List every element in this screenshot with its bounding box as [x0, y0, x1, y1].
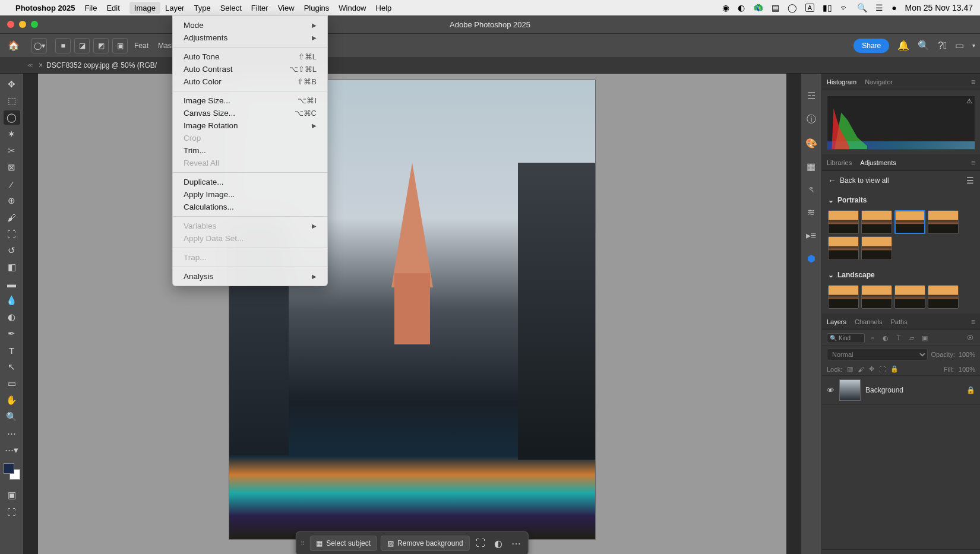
share-button[interactable]: Share: [853, 39, 889, 53]
preset-thumb[interactable]: [894, 210, 925, 234]
lock-icon[interactable]: 🔒: [966, 386, 975, 394]
pen-tool-icon[interactable]: ✒: [4, 327, 20, 341]
histogram-warning-icon[interactable]: ⚠: [966, 97, 972, 105]
info-icon[interactable]: ⓘ: [807, 113, 816, 126]
zoom-tool-icon[interactable]: 🔍: [4, 410, 20, 424]
preset-thumb[interactable]: [928, 285, 959, 309]
notifications-icon[interactable]: 🔔: [897, 40, 909, 51]
tab-layers[interactable]: Layers: [827, 318, 846, 325]
app-name[interactable]: Photoshop 2025: [15, 4, 75, 12]
minimize-window-button[interactable]: [19, 21, 26, 28]
eyedropper-tool-icon[interactable]: ∕: [4, 177, 20, 191]
tab-histogram[interactable]: Histogram: [827, 78, 856, 86]
menu-auto-tone[interactable]: Auto Tone⇧⌘L: [173, 50, 327, 63]
tab-channels[interactable]: Channels: [855, 318, 882, 325]
new-selection-icon[interactable]: ■: [55, 38, 71, 53]
properties-icon[interactable]: ☲: [807, 90, 815, 102]
nbc-icon[interactable]: 🦚: [753, 3, 763, 12]
preset-thumb[interactable]: [861, 210, 892, 234]
menu-filter[interactable]: Filter: [251, 4, 268, 12]
select-subject-button[interactable]: ▦Select subject: [309, 536, 377, 551]
siri-icon[interactable]: ●: [892, 3, 896, 12]
history-brush-icon[interactable]: ↺: [4, 243, 20, 258]
lasso-tool-icon[interactable]: ◯: [4, 110, 20, 125]
menu-analysis[interactable]: Analysis▶: [173, 270, 327, 283]
menu-file[interactable]: File: [84, 4, 97, 12]
portraits-header[interactable]: ⌄Portraits: [828, 192, 974, 208]
spotlight-icon[interactable]: 🔍: [857, 3, 867, 12]
menu-help[interactable]: Help: [376, 4, 392, 12]
visibility-icon[interactable]: 👁: [827, 386, 834, 395]
filter-toggle-icon[interactable]: ⦿: [965, 333, 975, 343]
home-button[interactable]: 🏠: [5, 37, 23, 55]
landscape-header[interactable]: ⌄Landscape: [828, 267, 974, 283]
preset-thumb[interactable]: [861, 285, 892, 309]
help-icon[interactable]: ?⃝: [938, 40, 947, 51]
workspace-icon[interactable]: ▭: [955, 40, 964, 51]
layer-thumbnail[interactable]: [839, 379, 861, 401]
filter-pixel-icon[interactable]: ▫: [867, 333, 878, 343]
quick-mask-icon[interactable]: ▣: [4, 488, 20, 502]
stage-manager-icon[interactable]: ▤: [772, 3, 779, 12]
collapse-toolbar-icon[interactable]: ≪: [26, 61, 34, 69]
swatches-icon[interactable]: ▦: [807, 161, 815, 172]
menu-trim[interactable]: Trim...: [173, 144, 327, 157]
gradient-tool-icon[interactable]: ▬: [4, 277, 20, 291]
preset-thumb[interactable]: [828, 210, 859, 234]
user-icon[interactable]: ◯: [788, 3, 797, 12]
plugin-icon[interactable]: ⬢: [807, 253, 815, 264]
lock-transparency-icon[interactable]: ▨: [847, 365, 853, 373]
grip-icon[interactable]: ⠿: [301, 540, 304, 547]
frame-tool-icon[interactable]: ⊠: [4, 160, 20, 175]
opacity-value[interactable]: 100%: [959, 351, 975, 358]
dodge-tool-icon[interactable]: ◐: [4, 310, 20, 324]
menu-calculations[interactable]: Calculations...: [173, 201, 327, 213]
tab-adjustments-panel[interactable]: Adjustments: [860, 159, 896, 166]
maximize-window-button[interactable]: [31, 21, 38, 28]
menu-auto-contrast[interactable]: Auto Contrast⌥⇧⌘L: [173, 63, 327, 75]
wifi-icon[interactable]: ᯤ: [840, 3, 849, 12]
filter-adjustment-icon[interactable]: ◐: [880, 333, 891, 343]
list-view-icon[interactable]: ☰: [966, 176, 974, 185]
preset-thumb[interactable]: [828, 285, 859, 309]
remove-background-button[interactable]: ▨Remove background: [381, 536, 470, 551]
menu-image-rotation[interactable]: Image Rotation▶: [173, 119, 327, 132]
healing-tool-icon[interactable]: ⊕: [4, 194, 20, 208]
lock-artboard-icon[interactable]: ⛶: [879, 366, 886, 373]
menu-edit[interactable]: Edit: [106, 4, 119, 12]
search-icon[interactable]: 🔍: [918, 40, 930, 51]
filter-type-icon[interactable]: T: [893, 333, 904, 343]
stamp-tool-icon[interactable]: ⛶: [4, 227, 20, 241]
hand-tool-icon[interactable]: ✋: [4, 393, 20, 407]
menu-plugins[interactable]: Plugins: [304, 4, 330, 12]
brush-tool-icon[interactable]: 🖌: [4, 210, 20, 224]
menu-duplicate[interactable]: Duplicate...: [173, 176, 327, 188]
panel-menu-icon[interactable]: ≡: [971, 159, 975, 167]
tab-paths[interactable]: Paths: [891, 318, 908, 325]
layer-name[interactable]: Background: [865, 386, 962, 394]
menu-image-size[interactable]: Image Size...⌥⌘I: [173, 94, 327, 107]
menu-image[interactable]: Image: [129, 2, 160, 14]
preset-thumb[interactable]: [861, 236, 892, 260]
eraser-tool-icon[interactable]: ◧: [4, 260, 20, 274]
lock-position-icon[interactable]: ✥: [869, 365, 874, 373]
quick-select-tool-icon[interactable]: ✶: [4, 127, 20, 141]
actions-icon[interactable]: ▸≡: [806, 230, 816, 241]
screen-mode-icon[interactable]: ⛶: [4, 505, 20, 519]
crop-tool-icon[interactable]: ✂: [4, 144, 20, 158]
intersect-selection-icon[interactable]: ▣: [112, 38, 128, 53]
menu-select[interactable]: Select: [220, 4, 242, 12]
menu-mode[interactable]: Mode▶: [173, 19, 327, 31]
foreground-color-swatch[interactable]: [4, 463, 14, 474]
menu-type[interactable]: Type: [194, 4, 210, 12]
filter-shape-icon[interactable]: ▱: [906, 333, 917, 343]
marquee-tool-icon[interactable]: ⬚: [4, 94, 20, 108]
lock-all-icon[interactable]: 🔒: [890, 365, 899, 373]
add-selection-icon[interactable]: ◪: [74, 38, 90, 53]
control-center-icon[interactable]: ☰: [875, 3, 883, 12]
path-select-tool-icon[interactable]: ↖: [4, 360, 20, 374]
adjustments-back-row[interactable]: ← Back to view all ☰: [822, 171, 980, 190]
more-tools-icon[interactable]: ⋯: [4, 426, 20, 441]
menubar-clock[interactable]: Mon 25 Nov 13.47: [905, 3, 973, 12]
panel-menu-icon[interactable]: ≡: [971, 318, 975, 326]
